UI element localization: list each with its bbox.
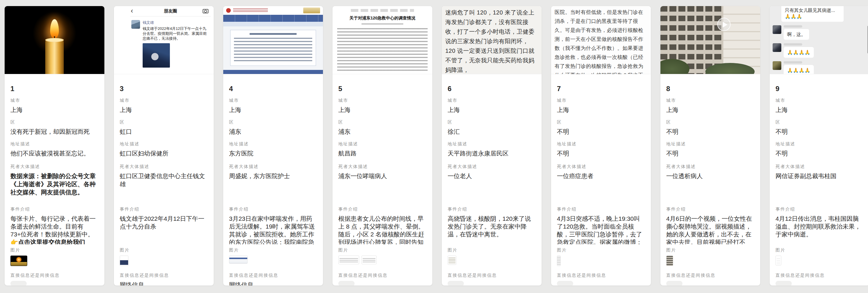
play-button-icon[interactable]	[717, 18, 731, 31]
district-value: 浦东	[338, 128, 427, 136]
record-card[interactable]: 1 城市 上海 区 没有死于新冠，却因新冠而死 地址描述 他们不应该被漠视甚至忘…	[4, 6, 105, 286]
direct-info-value: 网络信息	[120, 281, 208, 286]
city-value: 上海	[229, 106, 317, 114]
district-value: 浦东	[229, 128, 317, 136]
record-card[interactable]: 只有其女儿眼见其病逝...🙏🙏🙏 啊，这。 🙏🙏🙏🙏	[769, 6, 868, 286]
city-value: 上海	[557, 106, 645, 114]
image-thumbs	[338, 256, 427, 264]
image-thumbs	[120, 256, 208, 266]
card-cover-image[interactable]	[5, 6, 104, 74]
chat-username-blurred	[784, 43, 802, 46]
card-cover-image[interactable]: ‹ 朋友圈 钱文雄 钱文雄于2022年4月12日下午一点十九分去世。疫情期间一切…	[114, 6, 214, 74]
card-cover-image[interactable]: 医院。当时有些低烧，但是发热门诊在消杀，于是在门口的黑夜里等待了很久。可是由于有…	[551, 6, 651, 74]
narrow-screenshot-thumbnail[interactable]	[557, 256, 561, 266]
card-cover-image[interactable]	[223, 6, 323, 74]
district-value: 虹口	[120, 128, 208, 136]
document-thumbnail[interactable]	[362, 256, 377, 264]
direct-info-value	[10, 281, 27, 286]
card-cover-image[interactable]: 迷病危了叫 120，120 来了说全上海发热门诊都关了，没有医院接收，打了一个多…	[442, 6, 541, 74]
field-label-district: 区	[120, 119, 208, 125]
field-label-image: 图片	[776, 247, 864, 253]
candle-body	[45, 40, 64, 74]
field-label-event: 事件介绍	[447, 206, 536, 212]
image-thumbs	[776, 256, 864, 265]
report-document-screenshot: 关于对浦东120急救中心的调查情况	[333, 6, 432, 74]
field-label-city: 城市	[10, 97, 99, 103]
field-label-district: 区	[447, 119, 536, 125]
city-value: 上海	[120, 106, 208, 114]
chat-screenshot-thumbnail[interactable]	[776, 256, 781, 265]
card-cover-image[interactable]: 关于对浦东120急救中心的调查情况	[333, 6, 432, 74]
record-card[interactable]: ‹ 朋友圈 钱文雄 钱文雄于2022年4月12日下午一点十九分去世。疫情期间一切…	[114, 6, 214, 286]
event-value: 4月3日突感不适，晚上19:30叫了120急救。当时面临全员核酸，三甲医院门急诊…	[557, 215, 645, 244]
address-value: 航昌路	[338, 149, 427, 157]
card-number: 9	[776, 74, 864, 94]
text-screenshot: 医院。当时有些低烧，但是发热门诊在消杀，于是在门口的黑夜里等待了很久。可是由于有…	[551, 6, 651, 74]
record-card[interactable]: 医院。当时有些低烧，但是发热门诊在消杀，于是在门口的黑夜里等待了很久。可是由于有…	[551, 6, 651, 286]
field-label-deceased: 死者大体描述	[557, 164, 645, 169]
back-chevron-icon: ‹	[130, 6, 135, 16]
field-label-direct: 直接信息还是间接信息	[10, 272, 99, 278]
field-label-address: 地址描述	[447, 141, 536, 147]
field-label-city: 城市	[229, 97, 317, 103]
building-video-still	[660, 6, 760, 74]
district-value: 不明	[666, 128, 754, 136]
address-value: 天平路街道永康居民区	[447, 149, 536, 157]
card-cover-image[interactable]: 只有其女儿眼见其病逝...🙏🙏🙏 啊，这。 🙏🙏🙏🙏	[770, 6, 868, 74]
field-label-district: 区	[666, 119, 754, 125]
avatar	[773, 43, 781, 52]
field-label-deceased: 死者大体描述	[10, 164, 99, 169]
avatar	[131, 20, 140, 29]
document-header-bar	[351, 9, 414, 12]
text-screenshot-thumbnail[interactable]	[447, 256, 456, 265]
building-photo-thumbnail[interactable]	[666, 256, 673, 266]
record-card[interactable]: 关于对浦东120急救中心的调查情况 5 城市 上海 区 浦东 地址描述 航昌路	[332, 6, 433, 286]
field-label-district: 区	[10, 119, 99, 125]
direct-info-value	[557, 281, 573, 286]
record-card[interactable]: 迷病危了叫 120，120 来了说全上海发热门诊都关了，没有医院接收，打了一个多…	[441, 6, 542, 286]
field-label-deceased: 死者大体描述	[776, 164, 864, 169]
field-label-deceased: 死者大体描述	[447, 164, 536, 169]
wechat-screenshot-thumbnail[interactable]	[120, 256, 128, 266]
moments-post-photo	[143, 43, 170, 67]
hospital-logo-text	[233, 8, 268, 12]
field-label-deceased: 死者大体描述	[338, 164, 427, 169]
card-number: 1	[10, 74, 99, 94]
document-thumbnail[interactable]	[338, 256, 359, 264]
website-screenshot-thumbnail[interactable]	[229, 256, 248, 264]
field-label-direct: 直接信息还是间接信息	[776, 272, 864, 278]
avatar	[773, 61, 781, 70]
card-number: 5	[338, 74, 427, 94]
field-label-event: 事件介绍	[229, 206, 317, 212]
address-value: 他们不应该被漠视甚至忘记。	[10, 149, 99, 157]
record-card[interactable]: 4 城市 上海 区 浦东 地址描述 东方医院 死者大体描述 周盛妮，东方医院护士…	[223, 6, 323, 286]
city-value: 上海	[10, 106, 99, 114]
field-label-address: 地址描述	[338, 141, 427, 147]
field-label-image: 图片	[120, 247, 208, 253]
website-nav-bar	[223, 15, 323, 22]
field-label-image: 图片	[447, 247, 536, 253]
deceased-value: 网信证券副总裁韦桂国	[776, 172, 864, 180]
field-label-event: 事件介绍	[120, 206, 208, 212]
event-link[interactable]: 👉点击这里提交信息给我们	[10, 238, 99, 244]
field-label-event: 事件介绍	[666, 206, 754, 212]
field-label-image: 图片	[338, 247, 427, 253]
candle-thumbnail[interactable]	[10, 256, 27, 266]
hospital-seal-logo	[226, 8, 231, 13]
district-value: 没有死于新冠，却因新冠而死	[10, 128, 99, 136]
website-footer-bar	[223, 70, 323, 74]
field-label-city: 城市	[666, 97, 754, 103]
direct-info-value	[338, 281, 354, 286]
field-label-direct: 直接信息还是间接信息	[120, 272, 208, 278]
document-meta-line	[362, 23, 403, 25]
field-label-address: 地址描述	[120, 141, 208, 147]
event-value: 3月23日在家中哮喘发作，用药后无法缓解。19时，家属驾车送其就诊，被医院拒收。…	[229, 215, 317, 244]
card-cover-image[interactable]	[660, 6, 760, 74]
field-label-city: 城市	[447, 97, 536, 103]
address-value: 不明	[557, 149, 645, 157]
district-value: 徐汇	[447, 128, 536, 136]
event-value: 钱文雄于2022年4月12日下午一点十九分自杀	[120, 215, 208, 230]
event-value: 高烧昏迷，核酸阴，120来了说发热门诊关了。无奈在家中降温，在昏迷中离世。	[447, 215, 536, 238]
event-value: 4月6日的一个视频，一位女性在撕心裂肺地哭泣。据视频描述，她的亲人要做透析，出不…	[666, 215, 754, 244]
record-card[interactable]: 8 城市 上海 区 不明 地址描述 不明 死者大体描述 一位透析病人 事件介绍 …	[660, 6, 761, 286]
